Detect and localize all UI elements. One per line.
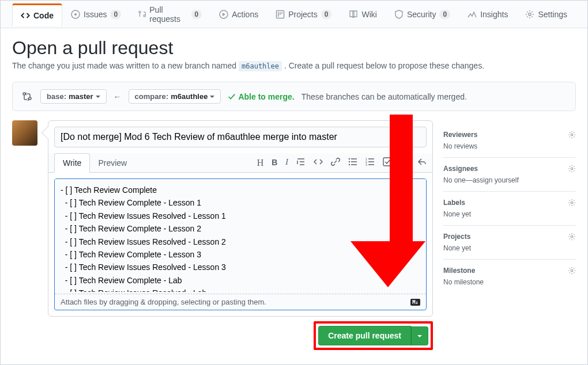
pr-editor: Write Preview H B I	[48, 120, 433, 350]
svg-point-4	[529, 13, 531, 16]
create-pr-button[interactable]: Create pull request	[318, 326, 411, 345]
arrow-left-icon: ←	[114, 92, 122, 101]
reply-icon[interactable]	[417, 157, 427, 168]
assignees-header[interactable]: Assignees	[443, 165, 576, 173]
svg-point-16	[571, 269, 573, 272]
tab-wiki[interactable]: Wiki	[340, 3, 385, 25]
italic-icon[interactable]: I	[285, 158, 288, 168]
tab-pulls[interactable]: Pull requests 0	[130, 0, 210, 29]
tab-insights[interactable]: Insights	[459, 3, 517, 25]
tab-code-label: Code	[33, 11, 54, 20]
pr-body-textarea[interactable]	[55, 179, 426, 292]
compare-branch-button[interactable]: compare: m6authlee	[129, 89, 221, 104]
tab-projects[interactable]: Projects 0	[267, 3, 340, 25]
caret-icon	[210, 96, 214, 98]
quote-icon[interactable]	[296, 157, 306, 168]
tab-code[interactable]: Code	[12, 3, 62, 26]
annotation-highlight: Create pull request	[314, 321, 433, 350]
reviewers-body: No reviews	[443, 142, 576, 150]
branch-name-inline: m6authlee	[239, 61, 282, 71]
security-count: 0	[439, 10, 450, 19]
page-subtitle: The change you just made was written to …	[12, 61, 576, 70]
tab-settings[interactable]: Settings	[517, 3, 576, 25]
link-icon[interactable]	[331, 157, 340, 168]
svg-point-14	[571, 201, 573, 204]
svg-point-1	[74, 13, 77, 16]
svg-rect-11	[383, 158, 391, 166]
milestone-body: No milestone	[443, 278, 576, 286]
svg-point-15	[571, 235, 573, 238]
crossref-icon[interactable]	[400, 157, 409, 168]
tab-pulls-label: Pull requests	[149, 5, 187, 24]
tab-projects-label: Projects	[288, 10, 318, 19]
pulls-count: 0	[191, 10, 202, 19]
tab-wiki-label: Wiki	[361, 10, 376, 19]
gear-icon	[568, 199, 576, 207]
tab-settings-label: Settings	[538, 10, 567, 19]
tab-security-label: Security	[407, 10, 436, 19]
tab-issues[interactable]: Issues 0	[62, 3, 130, 25]
milestone-header[interactable]: Milestone	[443, 267, 576, 275]
svg-point-5	[349, 158, 350, 159]
create-pr-dropdown[interactable]	[411, 326, 428, 345]
labels-header[interactable]: Labels	[443, 199, 576, 207]
gear-icon	[568, 131, 576, 139]
svg-point-7	[349, 164, 350, 165]
reviewers-header[interactable]: Reviewers	[443, 131, 576, 139]
svg-point-12	[571, 134, 573, 136]
ol-icon[interactable]: 123	[365, 157, 375, 168]
base-branch-button[interactable]: base: master	[40, 89, 107, 104]
merge-note: These branches can be automatically merg…	[301, 92, 467, 101]
svg-text:3: 3	[365, 163, 367, 166]
assignees-body[interactable]: No one—assign yourself	[443, 176, 576, 184]
labels-body: None yet	[443, 210, 576, 218]
avatar[interactable]	[12, 120, 37, 146]
attach-hint[interactable]: Attach files by dragging & dropping, sel…	[55, 294, 426, 310]
tab-issues-label: Issues	[84, 10, 107, 19]
tasklist-icon[interactable]	[383, 157, 392, 168]
tab-insights-label: Insights	[480, 10, 508, 19]
branch-compare-box: base: master ← compare: m6authlee Able t…	[12, 82, 576, 111]
gear-icon	[568, 165, 576, 173]
pr-sidebar: Reviewers No reviews Assignees No one—as…	[443, 120, 576, 293]
md-toolbar: H B I 123	[257, 157, 427, 168]
projects-count: 0	[321, 10, 332, 19]
gear-icon	[568, 267, 576, 275]
caret-icon	[96, 96, 100, 98]
tab-actions-label: Actions	[232, 10, 258, 19]
markdown-icon[interactable]: M↓	[410, 299, 420, 306]
tab-actions[interactable]: Actions	[210, 3, 267, 25]
preview-tab[interactable]: Preview	[90, 154, 135, 172]
svg-point-6	[349, 161, 350, 162]
svg-point-13	[571, 168, 573, 170]
tab-security[interactable]: Security 0	[386, 3, 459, 25]
code-icon[interactable]	[314, 157, 323, 168]
issues-count: 0	[110, 10, 121, 19]
repo-tabs: Code Issues 0 Pull requests 0 Actions Pr…	[1, 1, 587, 28]
bold-icon[interactable]: B	[272, 158, 277, 168]
page-title: Open a pull request	[12, 37, 576, 59]
write-tab[interactable]: Write	[54, 153, 90, 173]
gear-icon	[568, 233, 576, 241]
projects-header[interactable]: Projects	[443, 233, 576, 241]
compare-icon	[21, 90, 33, 103]
projects-body: None yet	[443, 244, 576, 252]
ul-icon[interactable]	[348, 157, 357, 168]
heading-icon[interactable]: H	[257, 158, 264, 168]
pr-title-input[interactable]	[54, 127, 427, 147]
merge-status: Able to merge.	[228, 92, 294, 101]
